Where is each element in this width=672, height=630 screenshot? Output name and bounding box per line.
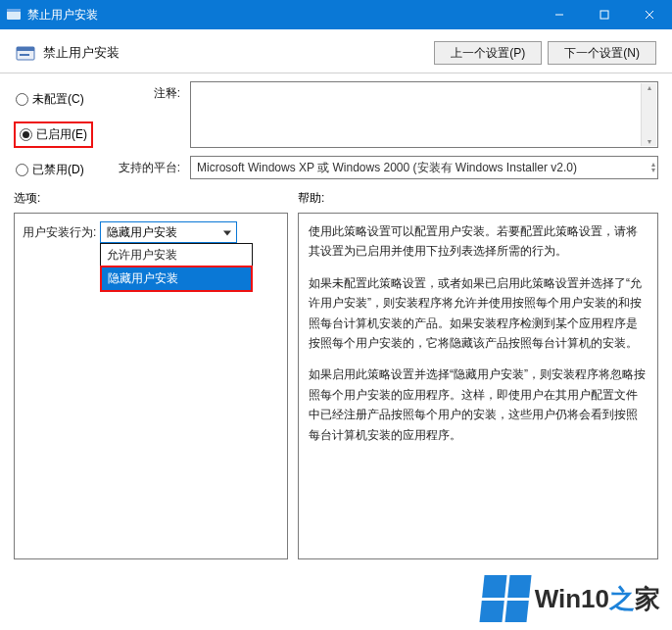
- radio-icon: [16, 164, 28, 176]
- comment-textarea[interactable]: ▴▾: [190, 81, 658, 148]
- behavior-dropdown: 允许用户安装 隐藏用户安装: [100, 243, 253, 292]
- svg-rect-8: [20, 54, 29, 56]
- radio-label: 已启用(E): [36, 126, 87, 143]
- behavior-row: 用户安装行为: 隐藏用户安装 允许用户安装 隐藏用户安装: [15, 214, 287, 243]
- radio-label: 未配置(C): [32, 91, 84, 108]
- supported-row: 支持的平台: Microsoft Windows XP 或 Windows 20…: [116, 156, 658, 179]
- supported-label: 支持的平台:: [116, 156, 180, 176]
- dropdown-item-hide[interactable]: 隐藏用户安装: [102, 267, 251, 290]
- behavior-combobox[interactable]: 隐藏用户安装: [100, 221, 237, 243]
- help-paragraph: 如果启用此策略设置并选择“隐藏用户安装”，则安装程序将忽略按照每个用户安装的应用…: [309, 364, 648, 445]
- watermark: Win10之家: [482, 575, 660, 622]
- svg-rect-1: [7, 9, 21, 12]
- radio-enabled[interactable]: 已启用(E): [14, 121, 93, 148]
- dropdown-highlight: 隐藏用户安装: [100, 266, 253, 292]
- header-row: 禁止用户安装 上一个设置(P) 下一个设置(N): [0, 29, 672, 73]
- supported-value: Microsoft Windows XP 或 Windows 2000 (安装有…: [197, 160, 577, 176]
- svg-rect-3: [600, 11, 608, 19]
- config-area: 未配置(C) 已启用(E) 已禁用(D) 注释: ▴▾ 支持的平台: Micro…: [0, 79, 672, 186]
- maximize-button[interactable]: [582, 0, 627, 29]
- comment-label: 注释:: [116, 81, 180, 102]
- comment-row: 注释: ▴▾: [116, 81, 658, 148]
- window-titlebar: 禁止用户安装: [0, 0, 672, 29]
- prev-setting-button[interactable]: 上一个设置(P): [434, 41, 542, 65]
- behavior-combo-wrap: 隐藏用户安装 允许用户安装 隐藏用户安装: [100, 221, 237, 243]
- policy-title: 禁止用户安装: [43, 44, 428, 62]
- state-radio-group: 未配置(C) 已启用(E) 已禁用(D): [14, 81, 104, 180]
- policy-icon: [16, 44, 35, 62]
- watermark-part: 之: [609, 584, 635, 613]
- dropdown-item-allow[interactable]: 允许用户安装: [101, 244, 252, 267]
- lower-panels: 用户安装行为: 隐藏用户安装 允许用户安装 隐藏用户安装 使用此策略设置可以配置…: [0, 213, 672, 563]
- divider: [0, 73, 672, 73]
- watermark-text: Win10之家: [535, 582, 660, 616]
- close-button[interactable]: [627, 0, 672, 29]
- radio-label: 已禁用(D): [32, 162, 84, 178]
- help-panel: 使用此策略设置可以配置用户安装。若要配置此策略设置，请将其设置为已启用并使用下拉…: [298, 213, 658, 559]
- radio-not-configured[interactable]: 未配置(C): [14, 89, 104, 110]
- help-paragraph: 如果未配置此策略设置，或者如果已启用此策略设置并选择了“允许用户安装”，则安装程…: [309, 273, 648, 354]
- window-controls: [537, 0, 672, 29]
- help-paragraph: 使用此策略设置可以配置用户安装。若要配置此策略设置，请将其设置为已启用并使用下拉…: [309, 221, 648, 262]
- radio-disabled[interactable]: 已禁用(D): [14, 160, 104, 180]
- options-panel: 用户安装行为: 隐藏用户安装 允许用户安装 隐藏用户安装: [14, 213, 288, 559]
- window-title: 禁止用户安装: [27, 7, 537, 24]
- watermark-part: Win10: [535, 584, 609, 613]
- minimize-button[interactable]: [537, 0, 582, 29]
- combo-selected-text: 隐藏用户安装: [107, 224, 177, 241]
- radio-icon: [20, 128, 32, 141]
- help-section-label: 帮助:: [298, 190, 658, 207]
- scrollbar-icon[interactable]: ▴▾: [641, 83, 656, 146]
- spinner-icon: ▴▾: [651, 162, 655, 173]
- app-icon: [6, 7, 22, 23]
- next-setting-button[interactable]: 下一个设置(N): [548, 41, 656, 65]
- section-labels: 选项: 帮助:: [0, 186, 672, 213]
- supported-platforms-box: Microsoft Windows XP 或 Windows 2000 (安装有…: [190, 156, 658, 179]
- options-section-label: 选项:: [14, 190, 298, 207]
- fields-column: 注释: ▴▾ 支持的平台: Microsoft Windows XP 或 Win…: [116, 81, 658, 180]
- windows-logo-icon: [479, 575, 531, 622]
- radio-icon: [16, 93, 28, 106]
- behavior-label: 用户安装行为:: [23, 224, 96, 241]
- watermark-part: 家: [635, 584, 660, 613]
- svg-rect-7: [17, 47, 34, 51]
